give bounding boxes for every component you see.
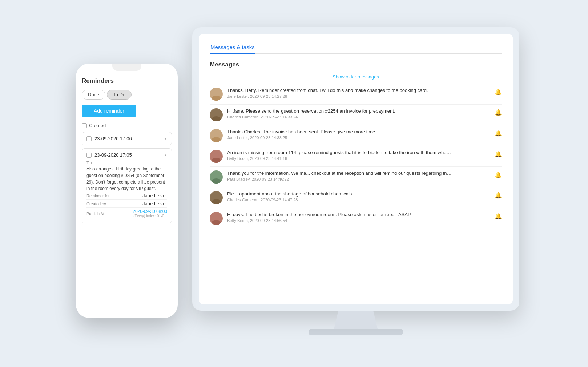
- avatar: [210, 191, 223, 204]
- message-meta: Charles Cameron, 2020-09-23 14:47:28: [227, 198, 491, 202]
- created-by-label: Created by: [86, 202, 106, 206]
- message-text: Hi Jane. Please send the guest on reserv…: [227, 108, 452, 114]
- svg-point-11: [212, 199, 221, 204]
- phone-notch: [112, 64, 141, 71]
- message-text: An iron is missing from room 114, please…: [227, 150, 452, 155]
- bell-icon[interactable]: 🔔: [495, 88, 502, 95]
- publish-at-row: Publish At 2020-09-30 08:00 (Every) inde…: [86, 208, 167, 219]
- svg-point-3: [212, 116, 221, 121]
- publish-at-label: Publish At: [86, 211, 104, 216]
- message-row: An iron is missing from room 114, please…: [210, 146, 502, 167]
- avatar: [210, 88, 223, 101]
- phone-body: Reminders Done To Do Add reminder Create…: [76, 64, 178, 318]
- reminder-item-2-header[interactable]: 23-09-2020 17:05 ▲: [86, 152, 167, 158]
- svg-point-10: [214, 193, 219, 198]
- tab-messages-tasks[interactable]: Messages & tasks: [210, 41, 255, 54]
- phone-content: Reminders Done To Do Add reminder Create…: [76, 64, 178, 318]
- svg-point-7: [212, 158, 221, 163]
- message-body: Hi guys. The bed is broken in the honeym…: [227, 212, 491, 223]
- phone-tab-row: Done To Do: [82, 90, 172, 100]
- created-by-value: Jane Lester: [142, 201, 167, 206]
- message-row: Hi Jane. Please send the guest on reserv…: [210, 105, 502, 125]
- svg-point-6: [214, 152, 219, 157]
- publish-at-extra: (Every) index: 01-0...: [133, 214, 167, 218]
- created-by-row: Created by Jane Lester: [86, 200, 167, 208]
- message-meta: Betty Booth, 2020-09-23 14:56:54: [227, 218, 491, 223]
- tab-done[interactable]: Done: [82, 90, 105, 100]
- avatar: [210, 150, 223, 163]
- reminder-item-1-row[interactable]: 23-09-2020 17:06 ▼: [86, 136, 167, 141]
- scene: Reminders Done To Do Add reminder Create…: [58, 20, 530, 347]
- message-meta: Betty Booth, 2020-09-23 14:41:16: [227, 156, 491, 161]
- reminder-1-checkbox[interactable]: [86, 136, 92, 141]
- chevron-up-icon[interactable]: ▲: [164, 153, 167, 157]
- message-text: Thank you for the information. We ma... …: [227, 170, 452, 176]
- reminder-for-value: Jane Lester: [142, 193, 167, 198]
- svg-point-12: [214, 214, 219, 219]
- message-text: Thanks Charles! The invoice has been sen…: [227, 129, 452, 134]
- tab-todo[interactable]: To Do: [107, 90, 132, 100]
- svg-point-4: [214, 131, 219, 136]
- message-list: Thanks, Betty. Reminder created from cha…: [210, 84, 502, 229]
- chevron-down-icon[interactable]: ▼: [164, 137, 167, 141]
- message-body: Ple... apartment about the shortage of h…: [227, 191, 491, 202]
- message-row: Ple... apartment about the shortage of h…: [210, 187, 502, 208]
- message-body: Thank you for the information. We ma... …: [227, 170, 491, 181]
- monitor-tabs: Messages & tasks: [210, 41, 502, 54]
- message-body: An iron is missing from room 114, please…: [227, 150, 491, 161]
- monitor-device: Messages & tasks Messages Show older mes…: [192, 27, 519, 340]
- bell-icon[interactable]: 🔔: [495, 192, 502, 199]
- add-reminder-button[interactable]: Add reminder: [82, 105, 136, 117]
- svg-point-0: [214, 90, 219, 95]
- bell-icon[interactable]: 🔔: [495, 150, 502, 157]
- filter-label: Created -: [89, 123, 109, 128]
- phone-device: Reminders Done To Do Add reminder Create…: [76, 64, 178, 318]
- avatar: [210, 129, 223, 142]
- message-row: Thanks Charles! The invoice has been sen…: [210, 125, 502, 146]
- reminder-filter-row: Created -: [82, 123, 172, 128]
- bell-icon[interactable]: 🔔: [495, 130, 502, 137]
- filter-checkbox[interactable]: [82, 123, 87, 128]
- bell-icon[interactable]: 🔔: [495, 109, 502, 116]
- message-meta: Jane Lester, 2020-09-23 14:38:25: [227, 136, 491, 140]
- svg-point-2: [214, 110, 219, 116]
- message-body: Thanks, Betty. Reminder created from cha…: [227, 88, 491, 98]
- reminder-text-content: Also arrange a birthday greeting to the …: [86, 166, 167, 192]
- message-row: Hi guys. The bed is broken in the honeym…: [210, 208, 502, 229]
- reminder-item-2: 23-09-2020 17:05 ▲ Text Also arrange a b…: [82, 148, 172, 223]
- reminder-2-checkbox[interactable]: [86, 153, 92, 158]
- reminder-item-1: 23-09-2020 17:06 ▼: [82, 132, 172, 145]
- message-row: Thanks, Betty. Reminder created from cha…: [210, 84, 502, 105]
- message-text: Ple... apartment about the shortage of h…: [227, 191, 452, 197]
- show-older-messages[interactable]: Show older messages: [210, 74, 502, 80]
- svg-point-8: [214, 173, 219, 178]
- phone-app-title: Reminders: [82, 77, 172, 85]
- text-section-label: Text: [86, 161, 167, 165]
- reminder-for-row: Reminder for Jane Lester: [86, 192, 167, 200]
- message-body: Hi Jane. Please send the guest on reserv…: [227, 108, 491, 119]
- message-row: Thank you for the information. We ma... …: [210, 167, 502, 187]
- message-body: Thanks Charles! The invoice has been sen…: [227, 129, 491, 140]
- messages-heading: Messages: [210, 61, 502, 68]
- message-meta: Paul Bradley, 2020-09-23 14:46:22: [227, 177, 491, 181]
- message-meta: Charles Cameron, 2020-09-23 14:33:24: [227, 115, 491, 119]
- message-meta: Jane Lester, 2020-09-23 14:27:28: [227, 94, 491, 98]
- svg-point-9: [212, 178, 221, 184]
- bell-icon[interactable]: 🔔: [495, 171, 502, 178]
- publish-at-value[interactable]: 2020-09-30 08:00: [133, 209, 167, 214]
- monitor-body: Messages & tasks Messages Show older mes…: [192, 27, 519, 311]
- svg-point-13: [212, 220, 221, 225]
- svg-point-5: [212, 137, 221, 142]
- avatar: [210, 212, 223, 225]
- screen-inner: Messages & tasks Messages Show older mes…: [199, 34, 513, 304]
- monitor-stand: [334, 311, 378, 329]
- bell-icon[interactable]: 🔔: [495, 213, 502, 219]
- avatar: [210, 170, 223, 184]
- avatar: [210, 108, 223, 121]
- monitor-screen: Messages & tasks Messages Show older mes…: [199, 34, 513, 304]
- svg-point-1: [212, 96, 221, 101]
- message-text: Hi guys. The bed is broken in the honeym…: [227, 212, 452, 217]
- reminder-1-date: 23-09-2020 17:06: [94, 136, 132, 141]
- reminder-for-label: Reminder for: [86, 194, 110, 198]
- message-text: Thanks, Betty. Reminder created from cha…: [227, 88, 452, 93]
